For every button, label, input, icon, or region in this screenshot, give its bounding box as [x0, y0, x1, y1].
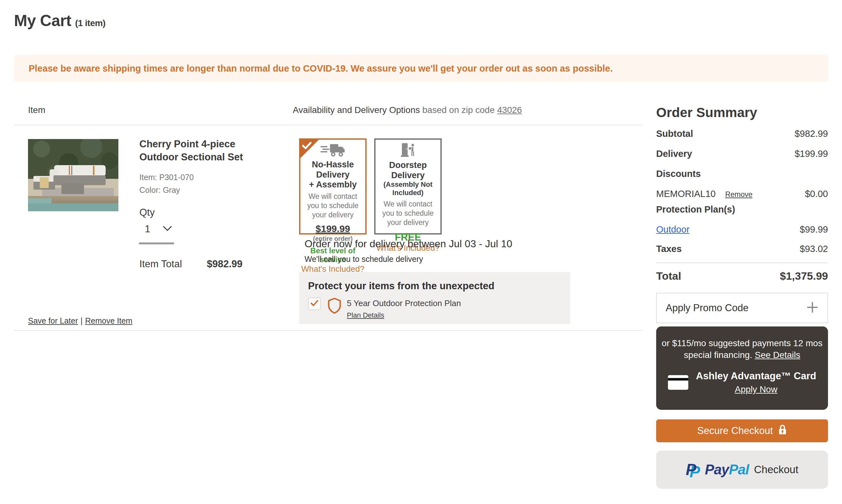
- protection-plans-label: Protection Plan(s): [656, 204, 735, 215]
- summary-divider: [656, 263, 828, 263]
- delivery-truck-icon: [320, 143, 346, 158]
- qty-label: Qty: [139, 207, 155, 218]
- item-actions: Save for Later|Remove Item: [28, 316, 132, 325]
- protection-plan-name: 5 Year Outdoor Protection Plan: [347, 299, 461, 308]
- total-label: Total: [656, 270, 681, 282]
- advantage-card-name: Ashley Advantage™ Card: [696, 371, 816, 382]
- summary-row-total: Total $1,375.99: [656, 270, 828, 282]
- outdoor-plan-link[interactable]: Outdoor: [656, 224, 689, 235]
- doorstep-delivery-icon: [400, 143, 416, 159]
- zip-code-link[interactable]: 43026: [497, 105, 522, 115]
- paypal-checkout-button[interactable]: PP PayPal Checkout: [656, 451, 828, 489]
- chevron-down-icon: [163, 226, 172, 233]
- zip-prefix: based on zip code: [422, 105, 495, 115]
- product-color: Color: Gray: [139, 185, 180, 195]
- availability-label: Availability and Delivery Options: [293, 105, 420, 115]
- delivery-option-description: We will contact you to schedule your del…: [376, 199, 441, 227]
- product-sku: Item: P301-070: [139, 173, 194, 182]
- apply-promo-label: Apply Promo Code: [666, 302, 749, 314]
- availability-column-header: Availability and Delivery Options based …: [293, 105, 522, 115]
- summary-row-delivery: Delivery $199.99: [656, 149, 828, 159]
- summary-row-discounts: Discounts: [656, 169, 828, 179]
- summary-row-subtotal: Subtotal $982.99: [656, 128, 828, 139]
- cart-item-count: (1 item): [75, 18, 106, 28]
- quantity-value: 1: [145, 223, 150, 235]
- apply-now-link[interactable]: Apply Now: [735, 384, 777, 395]
- subtotal-value: $982.99: [794, 128, 828, 139]
- financing-line1: or $115/mo suggested payments 12 mos: [656, 337, 828, 349]
- financing-line2-text: special financing.: [684, 350, 752, 360]
- taxes-label: Taxes: [656, 244, 682, 254]
- plus-icon[interactable]: [806, 301, 819, 315]
- paypal-checkout-label: Checkout: [754, 464, 798, 476]
- discounts-label: Discounts: [656, 169, 701, 179]
- header-divider: [14, 125, 643, 125]
- protection-offer-box: Protect your items from the unexpected 5…: [299, 272, 570, 324]
- link-separator: |: [80, 316, 83, 325]
- delivery-option-price: $199.99: [316, 223, 350, 234]
- summary-row-protection: Outdoor $99.99: [656, 224, 828, 235]
- delivery-option-subtitle: + Assembly: [309, 180, 357, 189]
- page-title-text: My Cart: [14, 12, 71, 30]
- item-total-label: Item Total: [139, 258, 182, 270]
- delivery-option-doorstep[interactable]: Doorstep Delivery (Assembly Not Included…: [374, 139, 442, 234]
- item-column-header: Item: [28, 105, 45, 115]
- protection-plan-text: 5 Year Outdoor Protection Plan Plan Deta…: [347, 298, 461, 320]
- product-name: Cherry Point 4-piece Outdoor Sectional S…: [139, 138, 270, 164]
- quantity-underline: [139, 242, 174, 245]
- secure-checkout-button[interactable]: Secure Checkout: [656, 419, 828, 442]
- paypal-logo-icon: PP: [686, 461, 702, 479]
- total-value: $1,375.99: [780, 270, 828, 282]
- delivery-label: Delivery: [656, 149, 692, 159]
- delivery-options: No-Hassle Delivery + Assembly We will co…: [299, 139, 442, 234]
- financing-panel: or $115/mo suggested payments 12 mos spe…: [656, 326, 828, 410]
- item-total-value: $982.99: [207, 258, 243, 270]
- summary-row-protection-header: Protection Plan(s): [656, 204, 828, 215]
- credit-card-icon: [668, 375, 688, 390]
- subtotal-label: Subtotal: [656, 128, 693, 139]
- quantity-dropdown[interactable]: 1: [145, 223, 172, 235]
- financing-line2: special financing. See Details: [656, 349, 828, 361]
- protection-offer-heading: Protect your items from the unexpected: [308, 280, 570, 292]
- lock-icon: [778, 424, 787, 437]
- order-summary-panel: Order Summary Subtotal $982.99 Delivery …: [656, 105, 828, 489]
- delivery-option-title: No-Hassle Delivery: [300, 159, 365, 180]
- see-details-link[interactable]: See Details: [755, 350, 800, 360]
- shield-icon: [327, 298, 342, 315]
- covid-banner: Please be aware shipping times are longe…: [14, 55, 828, 82]
- delivery-estimate-headline: Order now for delivery between Jul 03 - …: [305, 238, 512, 250]
- advantage-card-text: Ashley Advantage™ Card Apply Now: [696, 371, 816, 395]
- remove-promo-link[interactable]: Remove: [725, 190, 753, 199]
- summary-row-promo: MEMORIAL10 Remove $0.00: [656, 189, 828, 199]
- cart-page: My Cart(1 item) Please be aware shipping…: [0, 0, 842, 504]
- delivery-option-no-hassle[interactable]: No-Hassle Delivery + Assembly We will co…: [299, 139, 366, 234]
- selected-corner-badge: [300, 140, 319, 158]
- item-row-divider: [14, 330, 643, 331]
- page-title: My Cart(1 item): [14, 12, 105, 30]
- summary-row-taxes: Taxes $93.02: [656, 244, 828, 254]
- apply-promo-code-field[interactable]: Apply Promo Code: [656, 293, 828, 323]
- taxes-value: $93.02: [800, 244, 828, 254]
- secure-checkout-label: Secure Checkout: [697, 425, 773, 436]
- delivery-value: $199.99: [794, 149, 828, 159]
- delivery-option-subtitle: (Assembly Not Included): [376, 180, 441, 197]
- save-for-later-link[interactable]: Save for Later: [28, 316, 78, 325]
- remove-item-link[interactable]: Remove Item: [85, 316, 133, 325]
- delivery-option-title: Doorstep Delivery: [376, 160, 441, 180]
- order-summary-heading: Order Summary: [656, 105, 828, 120]
- promo-value: $0.00: [805, 189, 828, 199]
- product-image: [28, 139, 119, 211]
- applied-promo-code: MEMORIAL10: [656, 189, 716, 199]
- covid-banner-message: Please be aware shipping times are longe…: [29, 63, 613, 74]
- protection-plan-row: 5 Year Outdoor Protection Plan Plan Deta…: [308, 298, 570, 320]
- protection-value: $99.99: [800, 224, 828, 235]
- checkmark-icon: [310, 300, 319, 308]
- protection-plan-checkbox[interactable]: [308, 298, 321, 310]
- paypal-wordmark: PayPal: [705, 462, 749, 478]
- delivery-option-description: We will contact you to schedule your del…: [300, 192, 365, 219]
- delivery-estimate-subtext: We'll call you to schedule delivery: [305, 254, 423, 264]
- plan-details-link[interactable]: Plan Details: [347, 311, 384, 320]
- advantage-card-row: Ashley Advantage™ Card Apply Now: [656, 371, 828, 395]
